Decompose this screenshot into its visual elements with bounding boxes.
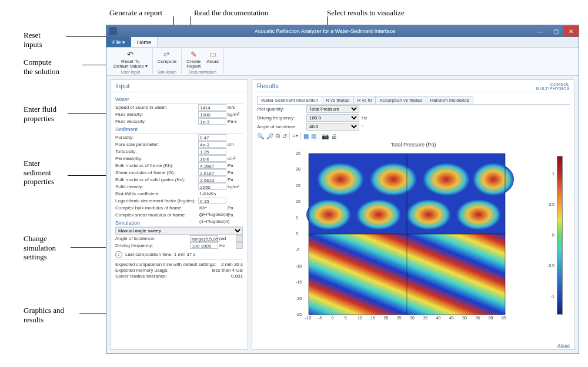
field-label: Complex bulk modulus of frame:	[115, 205, 197, 211]
plot-canvas[interactable]	[276, 150, 522, 323]
titlebar: Acoustic Reflection Analyzer for a Water…	[106, 25, 579, 37]
reset-zoom-icon[interactable]: ↺	[282, 133, 287, 139]
field-value[interactable]: 1414	[198, 104, 226, 111]
create-report-button[interactable]: ✎ Create Report	[184, 49, 203, 69]
undo-icon: ↶	[126, 49, 135, 59]
field-value[interactable]: 1e-3	[198, 118, 226, 125]
zoom-box-icon[interactable]: ⧉	[276, 132, 280, 139]
field-label: Tortuosity:	[115, 149, 197, 154]
x-tick: -10	[305, 316, 311, 320]
field-value[interactable]: 3.6e10	[198, 176, 226, 183]
field-unit: rad	[219, 236, 235, 241]
field-unit: Pa·s	[228, 119, 243, 124]
colorbar-tick: 0	[552, 233, 554, 237]
x-tick: 45	[449, 316, 454, 320]
callout-fluid: Enter fluid properties	[24, 105, 56, 123]
results-tab[interactable]: Random Incidence	[426, 96, 473, 104]
x-tick: 35	[423, 316, 427, 320]
compute-button[interactable]: ⇌ Compute	[155, 49, 179, 65]
input-row: Angle of incidence: range(5,5,85)[deg] r…	[115, 235, 243, 242]
x-tick: -5	[318, 316, 322, 320]
result-control: Plot quantity: Total Pressure	[257, 105, 570, 114]
field-unit: kg/m³	[228, 112, 243, 117]
result-select[interactable]: Total Pressure	[306, 105, 359, 113]
field-unit: Pa	[228, 212, 243, 218]
reset-defaults-button[interactable]: ↶ Reset To Default Values ▾	[111, 49, 150, 69]
field-label: Porosity:	[115, 135, 197, 140]
field-value[interactable]: 4.36e7	[198, 162, 226, 169]
results-tab[interactable]: Water-Sediment Interaction	[257, 96, 322, 104]
x-tick: 30	[410, 316, 415, 320]
results-tab[interactable]: R vs f0	[353, 96, 376, 104]
results-tab[interactable]: Absorption vs theta0	[375, 96, 426, 104]
y-tick: 0	[296, 232, 298, 236]
input-header: Input	[111, 80, 248, 92]
x-tick: 65	[502, 316, 506, 320]
sim-mode-select[interactable]: Manual angle sweep	[115, 227, 243, 235]
field-label: Fluid viscosity:	[115, 119, 197, 124]
svg-point-6	[306, 199, 351, 230]
about-icon: ▭	[208, 49, 218, 59]
callout-report: Generate a report	[109, 8, 162, 18]
brand-label: COMSOL MULTIPHYSICS	[536, 82, 570, 91]
section-water: Water	[115, 96, 243, 104]
x-tick: 5	[345, 316, 347, 320]
field-value[interactable]: 0.15	[198, 198, 226, 204]
callout-reset: Reset inputs	[24, 31, 42, 49]
zoom-out-icon[interactable]: 🔎	[266, 133, 273, 139]
about-button[interactable]: ▭ About	[204, 49, 221, 69]
x-tick: 10	[358, 316, 362, 320]
input-row: Speed of sound in water: 1414 m/s	[115, 104, 243, 111]
field-value[interactable]: 0.47	[198, 134, 226, 141]
y-tick: -20	[296, 296, 302, 301]
field-value[interactable]: 1.25	[198, 148, 226, 155]
field-label: Permeability:	[115, 156, 197, 161]
result-select[interactable]: 100.0	[306, 114, 359, 122]
about-link[interactable]: About	[557, 343, 570, 348]
result-control: Angle of incidence: 40.0 °	[257, 122, 570, 131]
axes-icon[interactable]: ⌗▾	[292, 132, 298, 139]
pencil-icon: ✎	[189, 49, 198, 59]
field-label: Pore size parameter:	[115, 142, 197, 147]
colorbar-tick: 0.5	[549, 202, 554, 206]
field-value[interactable]: 4e-3	[198, 141, 226, 148]
snapshot-icon[interactable]: 📷	[322, 133, 329, 139]
results-tab[interactable]: R vs theta0	[322, 96, 353, 104]
field-value[interactable]: 1000	[198, 111, 226, 118]
field-value[interactable]: 2650	[198, 184, 226, 190]
field-value[interactable]: 2.61e7	[198, 169, 226, 176]
minimize-button[interactable]: —	[533, 26, 548, 36]
x-tick: 0	[332, 316, 334, 320]
menu-file[interactable]: File ▾	[106, 37, 131, 47]
input-row: Complex shear modulus of frame: G*(1+i*l…	[115, 211, 243, 218]
zoom-in-icon[interactable]: 🔍	[257, 133, 264, 139]
result-select[interactable]: 40.0	[306, 123, 359, 131]
field-label: Shear modulus of frame (G):	[115, 170, 197, 175]
x-tick: 60	[489, 316, 493, 320]
x-tick: 50	[462, 316, 467, 320]
legend-icon[interactable]: ▤	[311, 133, 316, 139]
x-tick: 55	[475, 316, 480, 320]
menu-home[interactable]: Home	[131, 37, 158, 47]
x-tick: 25	[397, 316, 402, 320]
unit-button[interactable]	[236, 242, 243, 249]
field-value[interactable]: range(5,5,85)[deg]	[190, 235, 218, 242]
close-button[interactable]: ✕	[563, 26, 579, 36]
field-unit: Pa	[228, 170, 243, 175]
field-label: Driving frequency:	[115, 243, 189, 248]
callout-simulation: Change simulation settings	[24, 234, 56, 262]
field-label: Complex shear modulus of frame:	[115, 212, 197, 218]
y-tick: 10	[296, 199, 300, 203]
input-row: Solid density: 2650 kg/m³	[115, 183, 243, 190]
field-value[interactable]: 100 1000	[190, 242, 218, 249]
callout-graphics: Graphics and results	[24, 306, 64, 324]
maximize-button[interactable]: ▢	[548, 26, 563, 36]
input-row: Bulk modulus of frame (Kb): 4.36e7 Pa	[115, 162, 243, 169]
grid-icon[interactable]: ▦	[303, 133, 309, 139]
field-value[interactable]: 1e-6	[198, 155, 226, 162]
ribbon-group-sim: Simulation	[158, 70, 177, 74]
print-icon[interactable]: 🖨	[331, 133, 337, 139]
unit-button[interactable]	[236, 235, 243, 242]
svg-point-8	[406, 199, 451, 230]
plot-area: Total Pressure (Pa)	[257, 141, 570, 335]
